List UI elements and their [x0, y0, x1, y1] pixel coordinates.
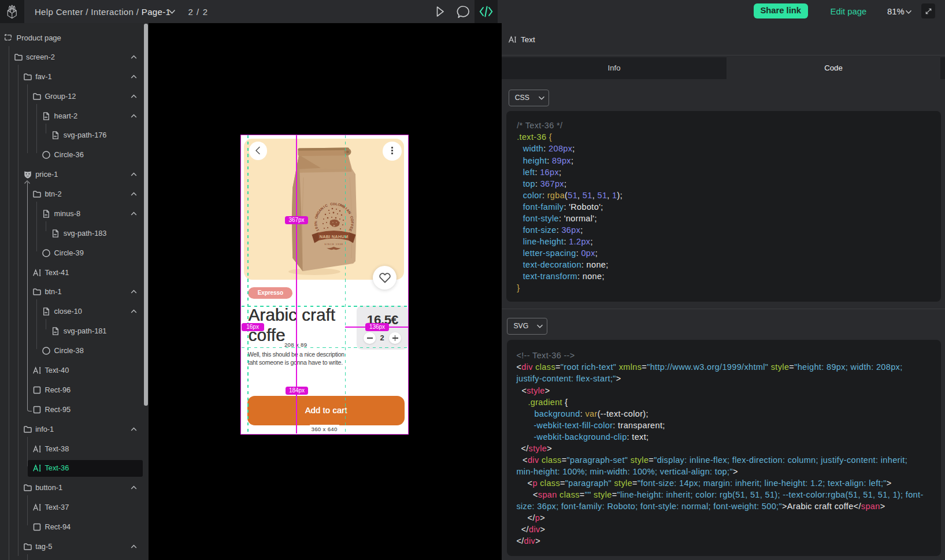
svg-text:%: %	[313, 220, 317, 224]
svg-text:SINCE 1938: SINCE 1938	[324, 242, 343, 245]
svg-text:NABI NAHUM: NABI NAHUM	[320, 233, 349, 239]
